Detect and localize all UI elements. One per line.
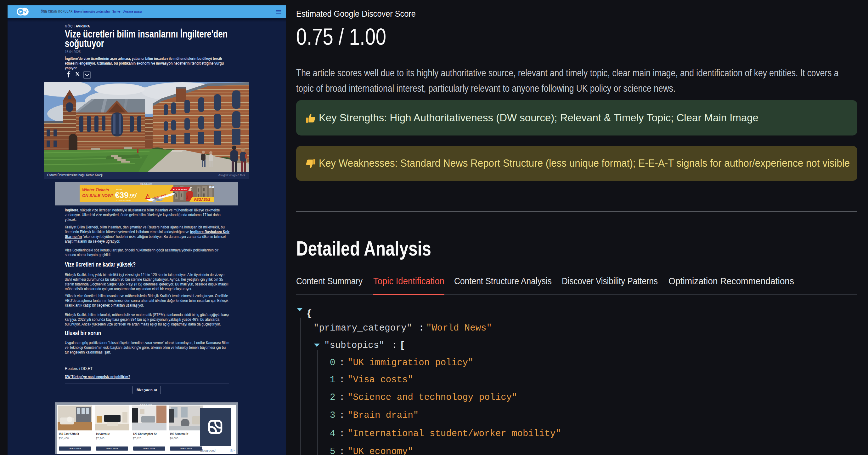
svg-text:ⓘ: ⓘ [209,186,212,188]
svg-text:✕: ✕ [212,186,214,188]
svg-text:ON SALE NOW!: ON SALE NOW! [82,193,113,198]
svg-text:Winter Tickets: Winter Tickets [82,188,109,192]
svg-text:* Taxes included: * Taxes included [116,199,131,202]
svg-text:PEGASUS: PEGASUS [194,198,210,201]
svg-text:BOOK NOW: BOOK NOW [173,188,188,191]
